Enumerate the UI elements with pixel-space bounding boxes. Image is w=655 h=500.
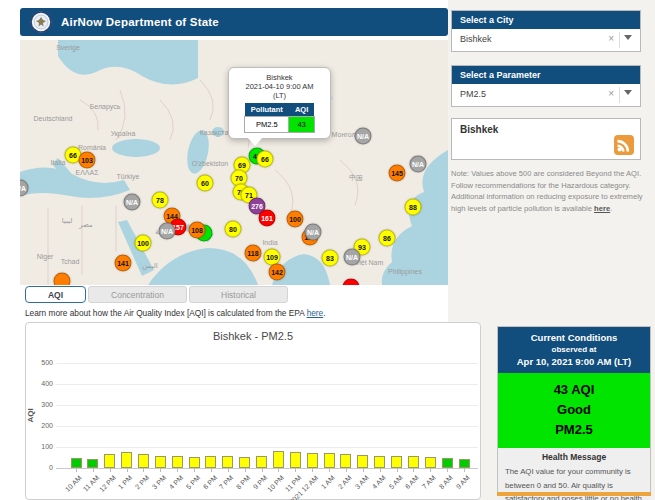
map-marker[interactable]: 103 xyxy=(79,152,96,169)
chart-bar[interactable] xyxy=(340,454,351,468)
popup-aqi-value: 43 xyxy=(289,117,314,133)
map-marker-na[interactable]: N/A xyxy=(410,156,427,173)
map-marker-na[interactable]: N/A xyxy=(355,128,372,145)
map-marker[interactable] xyxy=(54,273,71,286)
tab-concentration[interactable]: Concentration xyxy=(88,286,187,303)
cc-title: Current Conditions xyxy=(500,331,648,344)
map-place-label: India xyxy=(262,239,277,246)
chart-bar[interactable] xyxy=(307,453,318,468)
chart-bar[interactable] xyxy=(459,459,470,468)
chart-bar[interactable] xyxy=(408,456,419,468)
chart-x-tick-label: 10 AM xyxy=(64,474,83,493)
parameter-clear-icon[interactable]: × xyxy=(608,88,614,99)
chart-x-tick xyxy=(228,468,229,472)
chevron-down-icon[interactable] xyxy=(624,90,632,99)
chart-bar[interactable] xyxy=(374,456,385,468)
chart-x-tick xyxy=(177,468,178,472)
map-marker[interactable]: 161 xyxy=(259,210,276,227)
map-marker[interactable]: 60 xyxy=(197,175,214,192)
note-here-link[interactable]: here xyxy=(594,204,610,213)
chart-x-tick xyxy=(413,468,414,472)
select-city-header: Select a City xyxy=(452,11,640,29)
rss-icon[interactable] xyxy=(614,135,634,155)
chart-bar[interactable] xyxy=(273,451,284,468)
chart-bar[interactable] xyxy=(189,457,200,468)
select-city-panel: Select a City Bishkek × xyxy=(451,10,641,52)
map-marker-na[interactable]: N/A xyxy=(305,224,322,241)
chart-bar[interactable] xyxy=(222,456,233,468)
map-place-label: Україна xyxy=(111,130,136,137)
map-marker-na[interactable]: N/A xyxy=(344,249,361,266)
city-dropdown[interactable]: Bishkek × xyxy=(452,29,640,51)
chart-y-tick-label: 200 xyxy=(26,422,53,429)
chart-x-tick-label: 8 AM xyxy=(438,474,454,490)
chart-gridline xyxy=(56,363,478,364)
rss-city-label: Bishkek xyxy=(460,124,498,135)
chart-bar[interactable] xyxy=(391,456,402,468)
map-marker-na[interactable]: N/A xyxy=(124,194,141,211)
map-marker-na[interactable]: N/A xyxy=(159,223,176,240)
chart-bar[interactable] xyxy=(104,454,115,468)
map-marker[interactable]: 83 xyxy=(322,250,339,267)
chart-x-tick xyxy=(194,468,195,472)
chart-x-tick xyxy=(127,468,128,472)
chart-x-tick-label: 4 PM xyxy=(168,474,185,491)
chart-title: Bishkek - PM2.5 xyxy=(26,330,480,342)
chart-bar[interactable] xyxy=(121,452,132,468)
map-marker[interactable]: 100 xyxy=(287,211,304,228)
app-header: AirNow Department of State xyxy=(20,8,448,36)
chart-bar[interactable] xyxy=(290,452,301,468)
chart-bar[interactable] xyxy=(205,456,216,468)
chart-x-tick-label: 1 AM xyxy=(320,474,336,490)
map-marker[interactable]: 108 xyxy=(189,222,206,239)
map-marker[interactable]: 118 xyxy=(245,245,262,262)
tab-aqi[interactable]: AQI xyxy=(25,286,86,303)
map-marker[interactable]: 78 xyxy=(152,192,169,209)
chart-bar[interactable] xyxy=(425,457,436,468)
chart-gridline xyxy=(56,426,478,427)
tab-historical[interactable]: Historical xyxy=(189,286,288,303)
map-marker[interactable]: 88 xyxy=(405,199,422,216)
chart-bar[interactable] xyxy=(442,458,453,468)
chart-bar[interactable] xyxy=(357,455,368,468)
learn-more-line: Learn more about how the Air Quality Ind… xyxy=(25,308,326,318)
map-marker[interactable]: 145 xyxy=(389,165,406,182)
chart-x-tick xyxy=(143,468,144,472)
chart-bar[interactable] xyxy=(138,454,149,468)
popup-aqi-table: Pollutant AQI PM2.5 43 xyxy=(244,103,314,133)
chart-bar[interactable] xyxy=(324,453,335,468)
chart-x-tick-label: 3 PM xyxy=(151,474,168,491)
learn-more-suffix: . xyxy=(323,308,325,318)
aqi-bar-chart: Bishkek - PM2.5 AQI 010020030040050010 A… xyxy=(25,322,481,500)
cc-bottom-accent xyxy=(497,492,651,496)
chart-bar[interactable] xyxy=(256,456,267,468)
chevron-down-icon[interactable] xyxy=(624,35,632,44)
parameter-dropdown[interactable]: PM2.5 × xyxy=(452,84,640,106)
chart-x-tick-label: 4 AM xyxy=(370,474,386,490)
chart-x-tick xyxy=(397,468,398,472)
map-marker[interactable]: 100 xyxy=(135,235,152,252)
chart-bar[interactable] xyxy=(239,457,250,468)
chart-bar[interactable] xyxy=(71,458,82,468)
chart-x-tick xyxy=(295,468,296,472)
map-marker[interactable]: 141 xyxy=(115,255,132,272)
chart-bar[interactable] xyxy=(87,459,98,468)
aqi-world-map[interactable]: SverigeБеларусьDeutschlandУкраїнаRomânia… xyxy=(20,40,448,285)
learn-more-here-link[interactable]: here xyxy=(307,308,324,318)
map-place-label: Italia xyxy=(51,159,66,166)
popup-pollutant-value: PM2.5 xyxy=(245,117,289,133)
map-marker[interactable]: 66 xyxy=(257,151,274,168)
map-marker[interactable]: 142 xyxy=(269,264,286,281)
chart-x-tick-label: 6 PM xyxy=(201,474,218,491)
chart-gridline xyxy=(56,384,478,385)
select-parameter-panel: Select a Parameter PM2.5 × xyxy=(451,65,641,107)
map-marker[interactable]: 86 xyxy=(379,230,396,247)
chart-bar[interactable] xyxy=(172,456,183,468)
chart-bar[interactable] xyxy=(155,456,166,468)
chart-x-tick-label: 2 AM xyxy=(337,474,353,490)
city-clear-icon[interactable]: × xyxy=(608,33,614,44)
map-marker[interactable]: 80 xyxy=(225,221,242,238)
select-parameter-header: Select a Parameter xyxy=(452,66,640,84)
popup-col-aqi: AQI xyxy=(289,103,314,117)
chart-gridline xyxy=(56,405,478,406)
